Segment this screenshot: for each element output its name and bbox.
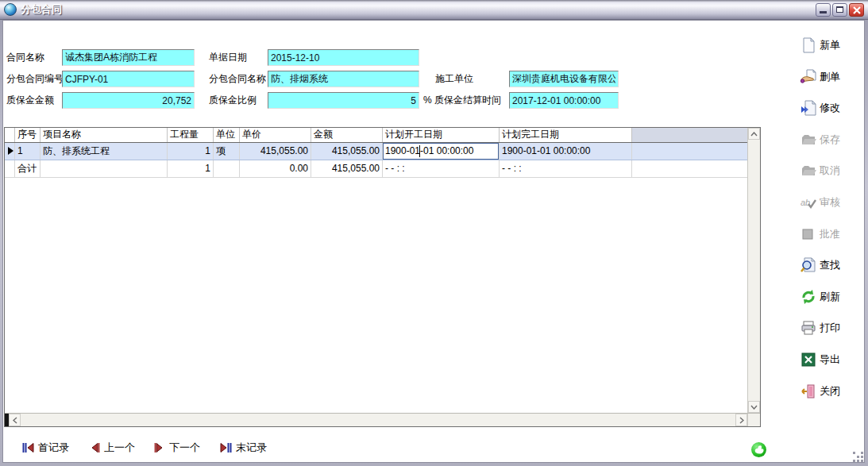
button-label: 删单 — [820, 70, 840, 84]
green-ok-button[interactable] — [750, 441, 767, 458]
app-globe-icon — [4, 3, 17, 16]
column-header-end[interactable]: 计划完工日期 — [500, 128, 632, 142]
cell-start-date[interactable]: 1900-01-01 00:00:00 — [383, 143, 500, 160]
contract-name-field[interactable] — [62, 49, 195, 66]
modify-button[interactable]: 修改 — [800, 99, 864, 117]
column-header-start[interactable]: 计划开工日期 — [383, 128, 500, 142]
delete-doc-button[interactable]: 删单 — [800, 68, 864, 86]
scroll-right-button[interactable] — [735, 414, 747, 426]
minimize-icon — [820, 11, 827, 13]
export-excel-icon — [800, 352, 816, 368]
close-form-button[interactable]: 关闭 — [800, 383, 864, 400]
cell-name[interactable] — [41, 160, 168, 177]
builder-field[interactable] — [509, 71, 619, 87]
contract-name-label: 合同名称 — [6, 49, 44, 66]
print-button[interactable]: 打印 — [800, 319, 864, 337]
maximize-button[interactable] — [832, 3, 847, 17]
scroll-down-button[interactable] — [748, 401, 760, 413]
column-header-unit[interactable]: 单位 — [214, 128, 240, 142]
refresh-button[interactable]: 刷新 — [800, 288, 864, 306]
audit-icon: ab — [800, 194, 816, 210]
previous-record-button[interactable]: 上一个 — [89, 438, 135, 457]
cell-unit[interactable]: 项 — [214, 143, 240, 160]
cancel-button: 取消 — [800, 162, 864, 179]
delete-doc-icon — [800, 69, 816, 85]
cell-unit[interactable] — [214, 160, 240, 177]
current-row-indicator — [5, 143, 15, 160]
warranty-settle-time-field[interactable] — [509, 92, 619, 109]
first-record-button[interactable]: 首记录 — [22, 438, 69, 457]
save-button: 保存 — [800, 131, 864, 148]
export-button[interactable]: 导出 — [800, 351, 864, 368]
doc-date-field[interactable] — [268, 49, 419, 66]
cell-price[interactable]: 0.00 — [240, 160, 311, 177]
button-label: 下一个 — [169, 441, 200, 455]
horizontal-scroll-track[interactable] — [21, 414, 735, 426]
cell-name[interactable]: 防、排系统工程 — [41, 143, 168, 160]
cell-amount[interactable]: 415,055.00 — [311, 143, 383, 160]
warranty-settle-time-label: 质保金结算时间 — [434, 92, 501, 109]
column-header-seq[interactable]: 序号 — [15, 128, 41, 142]
column-header-price[interactable]: 单价 — [240, 128, 311, 142]
cell-end-date[interactable]: 1900-01-01 00:00:00 — [500, 143, 632, 160]
warranty-amount-label: 质保金金额 — [6, 92, 54, 109]
modify-icon — [800, 100, 816, 116]
vertical-scrollbar[interactable] — [747, 128, 760, 413]
sub-contract-name-field[interactable] — [268, 71, 419, 87]
close-button[interactable] — [849, 3, 864, 17]
button-label: 首记录 — [38, 441, 69, 455]
cell-amount[interactable]: 415,055.00 — [311, 160, 383, 177]
cell-seq[interactable]: 1 — [15, 143, 41, 160]
button-label: 批准 — [820, 227, 840, 241]
focused-cell-value: 1900-01-01 00:00:00 — [385, 145, 473, 156]
button-label: 取消 — [820, 164, 840, 178]
minimize-button[interactable] — [816, 3, 831, 17]
chevron-up-icon — [750, 132, 758, 137]
doc-date-label: 单据日期 — [209, 49, 247, 66]
button-label: 导出 — [820, 352, 840, 367]
previous-record-icon — [89, 443, 100, 453]
next-record-button[interactable]: 下一个 — [154, 438, 200, 457]
close-form-icon — [800, 383, 816, 399]
warranty-amount-field[interactable] — [62, 92, 195, 109]
cell-qty[interactable]: 1 — [168, 143, 214, 160]
warranty-ratio-field[interactable] — [268, 92, 419, 109]
button-label: 修改 — [820, 101, 840, 115]
scroll-up-button[interactable] — [748, 128, 760, 140]
button-label: 打印 — [820, 321, 840, 335]
find-button[interactable]: 查找 — [800, 256, 864, 274]
green-ok-icon — [750, 441, 767, 458]
vertical-scroll-track[interactable] — [748, 140, 760, 401]
warranty-ratio-label: 质保金比例 — [209, 92, 257, 109]
first-record-icon — [22, 443, 34, 453]
table-row-total[interactable]: 合计 1 0.00 415,055.00 - - : : - - : : — [5, 160, 747, 178]
column-header-amount[interactable]: 金额 — [311, 128, 383, 142]
new-doc-button[interactable]: 新单 — [800, 37, 864, 54]
items-table: 序号 项目名称 工程量 单位 单价 金额 计划开工日期 计划完工日期 1 防、排… — [4, 127, 761, 427]
cell-qty[interactable]: 1 — [168, 160, 214, 177]
button-label: 保存 — [820, 133, 840, 147]
table-row[interactable]: 1 防、排系统工程 1 项 415,055.00 415,055.00 1900… — [5, 143, 747, 160]
row-indicator — [5, 160, 15, 177]
new-doc-icon — [800, 37, 816, 53]
next-record-icon — [154, 443, 165, 453]
button-label: 新单 — [820, 38, 840, 52]
column-header-qty[interactable]: 工程量 — [168, 128, 214, 142]
focused-cell-editor[interactable]: 1900-01-01 00:00:00 — [383, 143, 499, 160]
title-bar[interactable]: 分包合同 — [0, 0, 868, 20]
cell-seq[interactable]: 合计 — [15, 160, 41, 177]
cell-filler — [632, 160, 747, 177]
table-header-row: 序号 项目名称 工程量 单位 单价 金额 计划开工日期 计划完工日期 — [5, 128, 747, 143]
approve-icon — [800, 226, 816, 242]
cell-start-date[interactable]: - - : : — [383, 160, 500, 177]
save-icon — [800, 132, 816, 148]
scrollbar-corner — [747, 414, 760, 426]
print-icon — [800, 320, 816, 336]
column-header-name[interactable]: 项目名称 — [41, 128, 168, 142]
cell-price[interactable]: 415,055.00 — [240, 143, 311, 160]
sub-contract-no-field[interactable] — [62, 71, 195, 87]
scroll-left-button[interactable] — [9, 414, 21, 426]
cell-end-date[interactable]: - - : : — [500, 160, 632, 177]
resize-grip[interactable] — [853, 452, 863, 462]
last-record-button[interactable]: 末记录 — [220, 438, 267, 457]
